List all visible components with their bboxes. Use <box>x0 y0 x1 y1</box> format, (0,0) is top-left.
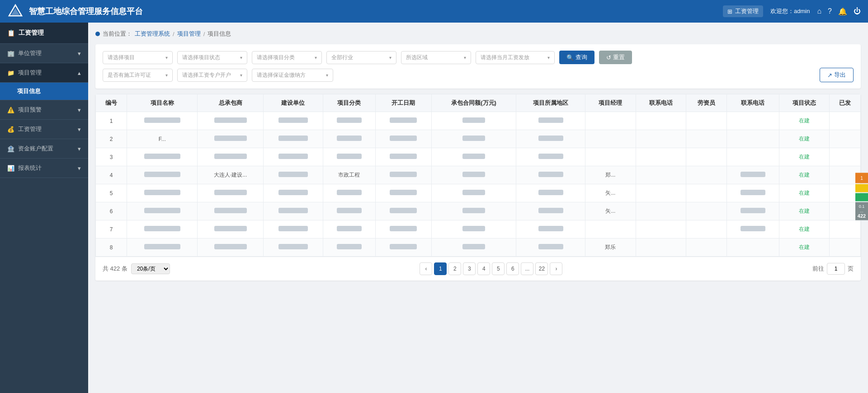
cell-status: 在建 <box>779 130 829 148</box>
cell-name <box>127 148 198 166</box>
cell-status: 在建 <box>779 112 829 130</box>
cell-name: F... <box>127 130 198 148</box>
power-icon[interactable]: ⏻ <box>854 7 861 15</box>
search-button[interactable]: 🔍 查询 <box>559 51 594 64</box>
select-guarantee-arrow: ▾ <box>326 73 328 78</box>
cell-name <box>127 220 198 239</box>
export-icon: ↗ <box>827 72 832 79</box>
cell-category <box>323 184 375 202</box>
notif-item-1[interactable]: 1 <box>855 173 868 183</box>
sidebar-item-project-warning[interactable]: ⚠️ 项目预警 ▾ <box>0 100 88 120</box>
col-region: 项目所属地区 <box>516 94 585 112</box>
select-salary-month[interactable]: 请选择当月工资发放 ▾ <box>476 51 555 64</box>
select-project-arrow: ▾ <box>165 55 168 60</box>
col-manager: 项目经理 <box>585 94 636 112</box>
cell-start-date <box>375 220 431 239</box>
cell-manager <box>585 148 636 166</box>
breadcrumb-dot <box>95 32 100 36</box>
select-region[interactable]: 所选区域 ▾ <box>401 51 471 64</box>
home-icon[interactable]: ⌂ <box>817 7 821 15</box>
select-project[interactable]: 请选择项目 ▾ <box>103 51 173 64</box>
cell-amount <box>431 184 516 202</box>
notif-item-3[interactable] <box>855 193 868 201</box>
page-btn-22[interactable]: 22 <box>535 262 548 275</box>
cell-labor <box>686 184 726 202</box>
select-guarantee[interactable]: 请选择保证金缴纳方 ▾ <box>252 69 333 82</box>
prev-page-btn[interactable]: ‹ <box>420 262 432 275</box>
breadcrumb-sep1: / <box>173 31 175 37</box>
reset-button[interactable]: ↺ 重置 <box>599 51 632 64</box>
sidebar-item-fund-account[interactable]: 🏦 资金账户配置 ▾ <box>0 139 88 159</box>
sidebar-item-project-mgmt[interactable]: 📁 项目管理 ▴ <box>0 63 88 83</box>
total-count: 共 422 条 <box>103 265 127 273</box>
select-account[interactable]: 请选择工资专户开户 ▾ <box>177 69 247 82</box>
bell-icon[interactable]: 🔔 <box>838 7 847 16</box>
help-icon[interactable]: ? <box>828 7 832 15</box>
select-project-text: 请选择项目 <box>108 54 135 61</box>
page-btn-6[interactable]: 6 <box>506 262 519 275</box>
col-labor: 劳资员 <box>686 94 726 112</box>
select-status[interactable]: 请选择项目状态 ▾ <box>177 51 247 64</box>
export-button[interactable]: ↗ 导出 <box>820 68 854 82</box>
col-phone: 联系电话 <box>636 94 686 112</box>
cell-labor-phone <box>726 166 779 184</box>
page-btn-3[interactable]: 3 <box>463 262 476 275</box>
cell-labor-phone <box>726 130 779 148</box>
app-title: 智慧工地综合管理服务信息平台 <box>29 6 143 17</box>
breadcrumb-project-mgmt[interactable]: 项目管理 <box>177 30 201 38</box>
page-btn-4[interactable]: 4 <box>477 262 490 275</box>
sidebar-subitem-project-info[interactable]: 项目信息 <box>0 83 88 100</box>
page-btn-2[interactable]: 2 <box>448 262 461 275</box>
sidebar-item-unit-mgmt[interactable]: 🏢 单位管理 ▾ <box>0 44 88 63</box>
breadcrumb-sep2: / <box>203 31 205 37</box>
cell-phone <box>636 166 686 184</box>
cell-contractor <box>198 220 263 239</box>
expand-icon-report: ▾ <box>78 165 81 172</box>
cell-phone <box>636 130 686 148</box>
table-scroll: 编号 项目名称 总承包商 建设单位 项目分类 开工日期 承包合同额(万元) 项目… <box>95 94 861 257</box>
select-industry-text: 全部行业 <box>331 54 353 61</box>
cell-id: 7 <box>96 220 127 239</box>
sidebar-icon: 📋 <box>7 29 15 37</box>
cell-region <box>516 148 585 166</box>
col-name: 项目名称 <box>127 94 198 112</box>
col-contractor: 总承包商 <box>198 94 263 112</box>
nav-salary-btn[interactable]: ⊞ 工资管理 <box>723 5 763 17</box>
select-account-arrow: ▾ <box>240 73 242 78</box>
cell-name <box>127 166 198 184</box>
page-btn-1[interactable]: 1 <box>434 262 447 275</box>
cell-region <box>516 202 585 220</box>
cell-start-date <box>375 148 431 166</box>
cell-issued <box>829 148 860 166</box>
cell-labor-phone <box>726 184 779 202</box>
cell-labor <box>686 220 726 239</box>
cell-contractor <box>198 202 263 220</box>
select-permit-text: 是否有施工许可证 <box>108 71 151 79</box>
cell-manager: 郑... <box>585 166 636 184</box>
sidebar-item-salary-mgmt[interactable]: 💰 工资管理 ▾ <box>0 120 88 139</box>
cell-category <box>323 130 375 148</box>
goto-suffix: 页 <box>848 265 854 273</box>
page-btn-5[interactable]: 5 <box>492 262 505 275</box>
select-category-arrow: ▾ <box>315 55 317 60</box>
notif-count[interactable]: 0.1 ... 422 <box>855 202 868 220</box>
notif-item-2[interactable] <box>855 184 868 192</box>
header-left: 智慧工地综合管理服务信息平台 <box>7 3 143 19</box>
cell-labor-phone <box>726 239 779 257</box>
goto-input[interactable] <box>827 263 845 275</box>
breadcrumb-system[interactable]: 工资管理系统 <box>135 30 170 38</box>
select-permit[interactable]: 是否有施工许可证 ▾ <box>103 69 173 82</box>
page-size-select[interactable]: 20条/页 50条/页 100条/页 <box>131 263 170 274</box>
cell-category: 市政工程 <box>323 166 375 184</box>
sidebar-unit-label: 单位管理 <box>18 49 42 57</box>
select-category-text: 请选择项目分类 <box>257 54 295 61</box>
sidebar-item-report-stats[interactable]: 📊 报表统计 ▾ <box>0 159 88 178</box>
expand-icon-unit: ▾ <box>78 50 81 57</box>
cell-phone <box>636 112 686 130</box>
cell-labor <box>686 239 726 257</box>
nav-salary-label: 工资管理 <box>735 7 759 15</box>
select-category[interactable]: 请选择项目分类 ▾ <box>252 51 322 64</box>
next-page-btn[interactable]: › <box>550 262 562 275</box>
cell-category <box>323 220 375 239</box>
select-industry[interactable]: 全部行业 ▾ <box>326 51 396 64</box>
